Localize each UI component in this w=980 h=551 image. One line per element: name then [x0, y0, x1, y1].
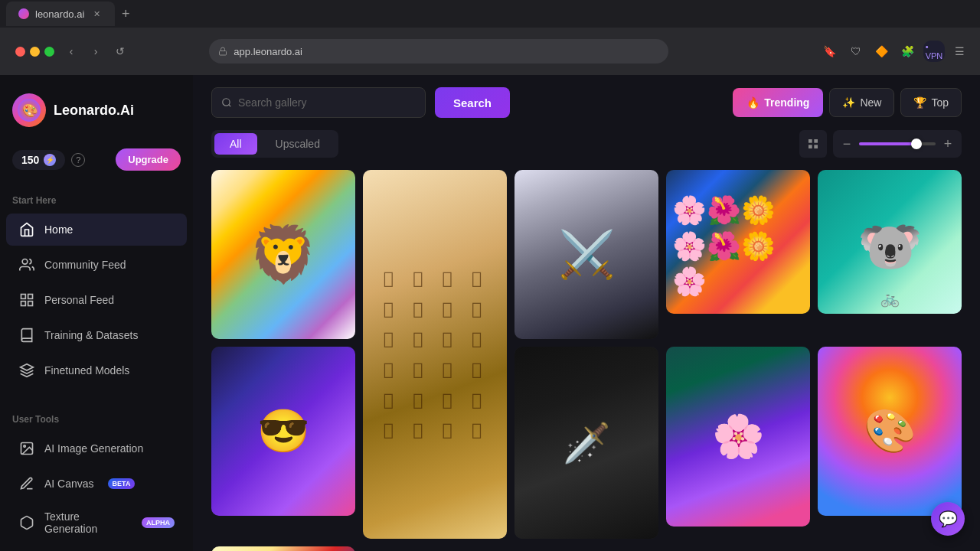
address-bar[interactable]: app.leonardo.ai: [209, 39, 668, 64]
flowers-options-btn[interactable]: ⊞: [672, 176, 694, 197]
egypt-expand-btn[interactable]: ⛶: [418, 176, 439, 197]
finetuned-icon: [18, 362, 35, 379]
trophy-icon: 🏆: [913, 96, 926, 109]
koala-actions: ⊞ ✎ ⛶: [824, 176, 894, 197]
maximize-window-button[interactable]: [44, 47, 54, 57]
koala-edit-btn[interactable]: ✎: [848, 176, 870, 197]
sidebar-item-finetuned[interactable]: Finetuned Models: [6, 354, 187, 386]
gallery-item-warrior[interactable]: ⚔️ ⊞ ✎ ⛶: [514, 170, 658, 339]
back-button[interactable]: ‹: [60, 41, 82, 62]
warrior-actions: ⊞ ✎ ⛶: [521, 176, 591, 197]
warrior2-actions: ⊞ ⛶: [521, 353, 567, 374]
shield-icon: 🛡: [845, 41, 867, 62]
colorface-options-btn[interactable]: ⊞: [824, 353, 845, 374]
warrior-expand-btn[interactable]: ⛶: [570, 176, 591, 197]
filter-upscaled[interactable]: Upscaled: [260, 133, 335, 155]
flowers-expand-btn[interactable]: ⛶: [721, 176, 743, 197]
zoom-slider[interactable]: [859, 142, 936, 145]
flowers-edit-btn[interactable]: ✎: [697, 176, 718, 197]
start-here-label: Start Here: [0, 186, 193, 210]
sidebar-item-personal[interactable]: Personal Feed: [6, 284, 187, 316]
pinkgirl-edit-btn[interactable]: ✎: [697, 353, 718, 374]
colorface-edit-btn[interactable]: ✎: [848, 353, 870, 374]
pinkgirl-options-btn[interactable]: ⊞: [672, 353, 694, 374]
egypt-edit-btn[interactable]: ✎: [394, 176, 415, 197]
gallery-item-lion[interactable]: 🦁 ⊞ ✎ ⛶: [211, 170, 355, 339]
warrior-edit-btn[interactable]: ✎: [545, 176, 567, 197]
lion-edit-btn[interactable]: ✎: [242, 176, 263, 197]
sidebar-item-ai-image[interactable]: AI Image Generation: [6, 432, 187, 465]
forward-button[interactable]: ›: [85, 41, 106, 62]
gallery-item-flowers[interactable]: 🌸🌺🌼🌸🌺🌼🌸 ⊞ ✎ ⛶: [666, 170, 810, 314]
sidebar-item-ai-canvas[interactable]: AI Canvas BETA: [6, 468, 187, 500]
close-window-button[interactable]: [15, 47, 25, 57]
extensions-button[interactable]: 🧩: [897, 41, 919, 62]
fire-icon: 🔥: [746, 96, 760, 109]
user-tools-label: User Tools: [0, 405, 193, 429]
colorface-expand-btn[interactable]: ⛶: [873, 353, 894, 374]
tab-close-button[interactable]: ✕: [90, 8, 103, 20]
sidebar-item-training[interactable]: Training & Datasets: [6, 319, 187, 351]
new-button[interactable]: ✨ New: [829, 88, 894, 117]
url-display: app.leonardo.ai: [234, 46, 302, 57]
lion-expand-btn[interactable]: ⛶: [266, 176, 288, 197]
anime-options-btn[interactable]: ⊞: [217, 353, 239, 374]
lion-options-btn[interactable]: ⊞: [217, 176, 239, 197]
koala-options-btn[interactable]: ⊞: [824, 176, 845, 197]
minimize-window-button[interactable]: [30, 47, 40, 57]
filter-all[interactable]: All: [214, 133, 257, 155]
zoom-in-button[interactable]: +: [940, 136, 956, 152]
warrior2-options-btn[interactable]: ⊞: [521, 353, 542, 374]
gallery-item-anime[interactable]: 😎 ⊞ ✎ ⛶: [211, 347, 355, 516]
egypt-options-btn[interactable]: ⊞: [369, 176, 390, 197]
top-button[interactable]: 🏆 Top: [900, 88, 962, 117]
refresh-button[interactable]: ↺: [109, 41, 131, 62]
search-placeholder: Search gallery: [238, 96, 307, 109]
svg-marker-8: [21, 364, 34, 370]
pinkgirl-actions: ⊞ ✎ ⛶: [672, 353, 743, 374]
svg-rect-13: [808, 139, 812, 143]
chat-button[interactable]: 💬: [931, 502, 965, 536]
gallery-item-warrior2[interactable]: 🗡️ ⊞ ⛶: [514, 347, 658, 539]
sidebar: 🎨 Leonardo.Ai 150 ⚡ ? Upgrade Start Here…: [0, 75, 193, 551]
top-label: Top: [931, 96, 949, 109]
gallery-item-floral[interactable]: 🌺🌷🌸🌹🌹🌺🌷🌸🌸🌹🌺🌷: [211, 546, 355, 551]
texture-icon: [18, 514, 35, 531]
sidebar-texture-label: Texture Generation: [44, 510, 132, 535]
logo-section: 🎨 Leonardo.Ai: [0, 87, 193, 139]
gallery-item-pinkgirl[interactable]: 🌸 ⊞ ✎ ⛶: [666, 347, 810, 527]
sidebar-canvas-label: AI Canvas: [44, 478, 94, 490]
sidebar-item-texture[interactable]: Texture Generation ALPHA: [6, 503, 187, 543]
trending-button[interactable]: 🔥 Trending: [733, 88, 823, 117]
sidebar-item-community[interactable]: Community Feed: [6, 249, 187, 281]
svg-rect-5: [28, 295, 33, 299]
anime-edit-btn[interactable]: ✎: [242, 353, 263, 374]
active-tab[interactable]: leonardo.ai ✕: [6, 2, 115, 26]
gallery-item-koala[interactable]: 🐨 🚲 ⊞ ✎ ⛶: [818, 170, 962, 314]
new-tab-button[interactable]: +: [115, 3, 136, 24]
beta-badge: BETA: [108, 478, 136, 489]
sidebar-finetuned-label: Finetuned Models: [44, 364, 129, 377]
koala-expand-btn[interactable]: ⛶: [873, 176, 894, 197]
upgrade-button[interactable]: Upgrade: [116, 148, 181, 171]
logo-avatar: 🎨: [12, 93, 46, 127]
gallery-item-egypt[interactable]: 𓀀 𓁁 𓂀 𓃀𓀐 𓁑 𓃱 𓄿𓀠 𓁡 𓂠 𓃠𓆎 𓇋 𓈖 𓉐𓊪 𓋴 𓌳 𓍿𓎡 𓏏 𓐍…: [363, 170, 507, 539]
warrior2-expand-btn[interactable]: ⛶: [545, 353, 567, 374]
warrior-options-btn[interactable]: ⊞: [521, 176, 542, 197]
flowers-actions: ⊞ ✎ ⛶: [672, 176, 743, 197]
svg-rect-16: [814, 145, 818, 148]
svg-rect-0: [220, 51, 227, 56]
grid-toggle-button[interactable]: [799, 130, 827, 158]
sidebar-item-home[interactable]: Home: [6, 214, 187, 246]
trending-label: Trending: [764, 96, 809, 109]
pinkgirl-expand-btn[interactable]: ⛶: [721, 353, 743, 374]
bookmark-button[interactable]: 🔖: [819, 41, 841, 62]
help-icon[interactable]: ?: [71, 153, 85, 167]
search-button[interactable]: Search: [435, 87, 510, 118]
filter-bar: All Upscaled − +: [211, 130, 962, 158]
zoom-out-button[interactable]: −: [839, 136, 854, 152]
anime-expand-btn[interactable]: ⛶: [266, 353, 288, 374]
gallery-item-colorface[interactable]: 🎨 ⊞ ✎ ⛶: [818, 347, 962, 516]
svg-rect-6: [21, 302, 26, 306]
menu-button[interactable]: ☰: [949, 41, 971, 62]
